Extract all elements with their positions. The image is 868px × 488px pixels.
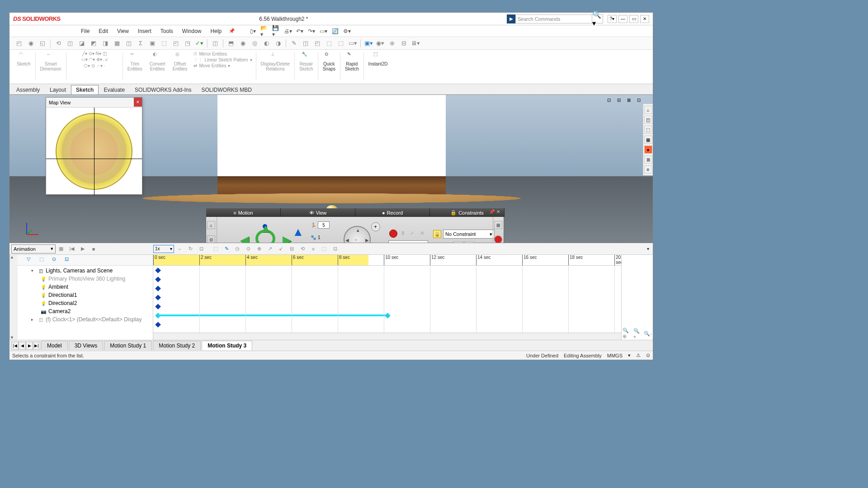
wt-record-button[interactable]: ⊙	[207, 235, 215, 243]
pin-icon[interactable]: 📌	[229, 28, 235, 34]
tool-icon[interactable]: ⊟	[399, 38, 409, 48]
tool-icon[interactable]: ◎	[250, 38, 259, 48]
mt-btn[interactable]: ↙	[276, 244, 285, 253]
time-ruler[interactable]: 0 sec2 sec4 sec6 sec8 sec10 sec12 sec14 …	[153, 255, 621, 266]
quick-snaps-button[interactable]: ⊙Quick Snaps	[322, 51, 336, 72]
tree-overflow[interactable]: ▸◫(f) Clock<1> (Default<<Default> Displa…	[18, 315, 153, 324]
viewport[interactable]: Map View ✕ ⌂ ◫ ⬚ ▦ ● ⊞ ≡ ⊡ ⊟ ⊠ ⊡	[9, 95, 653, 243]
wt-tab-record[interactable]: ● Record	[355, 208, 430, 217]
zoom-out-tl[interactable]: 🔍-	[644, 329, 652, 338]
tab-sketch[interactable]: Sketch	[71, 85, 99, 94]
tool-icon[interactable]: ◫	[124, 38, 134, 48]
tree-item[interactable]: 💡Ambient	[18, 283, 153, 291]
mt-animation-wizard[interactable]: ✎	[222, 244, 231, 253]
tree-item[interactable]: 📷Camera2	[18, 307, 153, 315]
select-button[interactable]: ▭▾	[319, 27, 327, 35]
tab-nav-next[interactable]: ▶	[26, 342, 33, 350]
tool-icon[interactable]: ◰	[14, 38, 24, 48]
tab-assembly[interactable]: Assembly	[11, 85, 45, 94]
tool-icon[interactable]: ⟲	[53, 38, 63, 48]
status-warning-icon[interactable]: ⚠	[636, 352, 641, 358]
tool-icon[interactable]: ◫	[210, 38, 220, 48]
close-button[interactable]: ✕	[640, 15, 649, 23]
new-button[interactable]: ▯▾	[249, 27, 257, 35]
search-button[interactable]: 🔍▾	[592, 14, 603, 23]
mt-btn[interactable]: ≡	[309, 244, 318, 253]
tab-nav-last[interactable]: ▶|	[33, 342, 40, 350]
rt-home[interactable]: ⌂	[644, 106, 652, 114]
wt-add-button[interactable]: ⊞	[494, 221, 502, 229]
wt-pin-icon[interactable]: 📌	[489, 209, 495, 216]
vp-btn[interactable]: ⊟	[615, 96, 623, 104]
tab-nav-first[interactable]: |◀	[11, 342, 19, 350]
btab-ms1[interactable]: Motion Study 1	[104, 341, 152, 350]
rt-btn[interactable]: ⊞	[644, 155, 652, 164]
move-down[interactable]: ▼	[292, 240, 304, 243]
map-view-close[interactable]: ✕	[134, 98, 142, 107]
rt-btn[interactable]: ≡	[644, 165, 652, 174]
instant2d-button[interactable]: ⬚Instant2D	[368, 51, 389, 67]
menu-help[interactable]: Help	[206, 28, 226, 34]
tool-icon[interactable]: ▭▾	[348, 38, 358, 48]
wt-home-button[interactable]: ⌂	[207, 221, 215, 229]
tool-icon[interactable]: Σ	[136, 38, 146, 48]
linear-pattern-button[interactable]: ⋮⋮ Linear Sketch Pattern ▾	[193, 57, 252, 63]
mt-btn[interactable]: →	[175, 244, 184, 253]
save-button[interactable]: 💾▾	[272, 27, 280, 35]
tool-icon[interactable]: ▣	[147, 38, 157, 48]
tool-icon[interactable]: ◰	[312, 38, 322, 48]
mt-btn[interactable]: ↗	[265, 244, 274, 253]
undo-button[interactable]: ↶▾	[296, 27, 304, 35]
tree-item[interactable]: 💡Directional2	[18, 299, 153, 307]
filter-btn[interactable]: ▽	[27, 256, 36, 264]
offset-button[interactable]: ◎Offset Entities	[172, 51, 189, 72]
status-settings-icon[interactable]: ⊙	[646, 352, 650, 358]
animation-mode-dropdown[interactable]: Animation▾	[11, 244, 56, 253]
mt-stop[interactable]: ■	[89, 244, 98, 253]
tab-nav-prev[interactable]: ◀	[19, 342, 26, 350]
open-button[interactable]: 📂▾	[260, 27, 269, 35]
tool-icon[interactable]: 🖥▾	[410, 38, 420, 48]
tool-icon[interactable]: ⊕	[387, 38, 397, 48]
rt-btn[interactable]: ◫	[644, 116, 652, 124]
pause-button[interactable]: ⏸	[400, 230, 407, 237]
zoom-in[interactable]: +	[371, 222, 380, 231]
print-button[interactable]: 🖨▾	[284, 27, 292, 35]
search-input[interactable]: Search Commands	[515, 14, 592, 23]
view-pad[interactable]: ▲ ▼ ◀ ▶ ○	[344, 226, 371, 243]
tool-icon[interactable]: ◳	[183, 38, 193, 48]
sketch-button[interactable]: ◠Sketch	[16, 51, 32, 67]
record-button[interactable]	[389, 230, 397, 238]
tool-icon[interactable]: ◑	[273, 38, 283, 48]
mt-btn[interactable]: ⊕	[255, 244, 264, 253]
btab-ms3[interactable]: Motion Study 3	[202, 341, 252, 350]
smart-dimension-button[interactable]: ↔Smart Dimension	[39, 51, 62, 72]
menu-file[interactable]: File	[76, 28, 94, 34]
constraint-dropdown[interactable]: No Constraint▾	[443, 230, 495, 239]
mt-btn[interactable]: ⟲	[298, 244, 307, 253]
maximize-button[interactable]: ▭	[629, 15, 638, 23]
move-right[interactable]: ▶	[283, 233, 292, 243]
wt-tab-motion[interactable]: ≡ Motion	[206, 208, 281, 217]
tool-icon[interactable]: ◩	[89, 38, 99, 48]
timeline-hscroll[interactable]	[153, 333, 621, 340]
playback-speed[interactable]: 1x▾	[153, 245, 174, 253]
tree-item[interactable]: 💡Directional1	[18, 291, 153, 299]
vp-btn[interactable]: ⊠	[625, 96, 633, 104]
mt-btn[interactable]: ◷	[233, 244, 242, 253]
tool-icon[interactable]: ✓▾	[194, 38, 204, 48]
display-relations-button[interactable]: ⊥Display/Delete Relations	[260, 51, 291, 72]
orientation-triad[interactable]	[23, 220, 41, 238]
mt-play[interactable]: ▶	[78, 244, 87, 253]
btab-ms2[interactable]: Motion Study 2	[153, 341, 201, 350]
move-forward[interactable]: ▲	[260, 221, 272, 235]
rt-btn[interactable]: ⬚	[644, 126, 652, 134]
tree-item[interactable]: 💡Primary PhotoView 360 Lighting	[18, 275, 153, 283]
tree-scroll-left[interactable]: ▲▼	[9, 255, 18, 340]
cancel-button[interactable]: ✕	[420, 230, 427, 237]
tool-icon[interactable]: ◨	[100, 38, 110, 48]
tool-icon[interactable]: ▣▾	[363, 38, 373, 48]
menu-edit[interactable]: Edit	[94, 28, 113, 34]
poly-tool[interactable]: ⬡▾ ⊙ ⟋▾ ·	[84, 63, 105, 69]
tool-icon[interactable]: ◉	[238, 38, 248, 48]
